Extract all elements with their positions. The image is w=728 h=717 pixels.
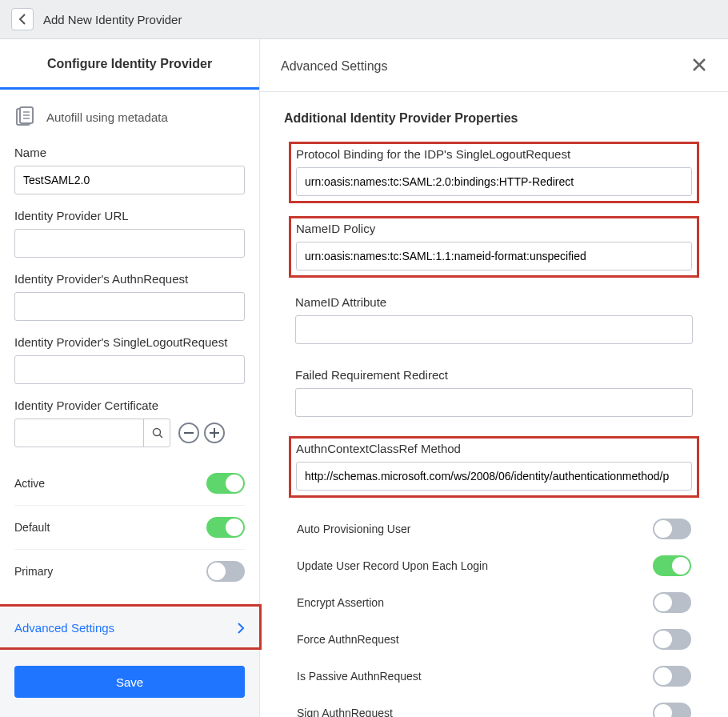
autofill-label: Autofill using metadata bbox=[46, 110, 168, 124]
slo-req-label: Identity Provider's SingleLogoutRequest bbox=[14, 335, 245, 349]
right-panel-title: Advanced Settings bbox=[281, 59, 387, 74]
left-panel-title: Configure Identity Provider bbox=[0, 39, 259, 90]
default-toggle[interactable] bbox=[206, 517, 245, 538]
cert-remove-button[interactable] bbox=[178, 423, 199, 443]
name-label: Name bbox=[14, 146, 245, 159]
save-button[interactable]: Save bbox=[14, 666, 245, 698]
section-title: Additional Identity Provider Properties bbox=[284, 111, 699, 126]
svg-line-6 bbox=[159, 435, 162, 439]
slo-req-input[interactable] bbox=[14, 355, 245, 384]
svg-point-5 bbox=[153, 429, 160, 436]
failed-redirect-input[interactable] bbox=[295, 388, 693, 417]
primary-toggle[interactable] bbox=[206, 561, 245, 582]
advanced-settings-link[interactable]: Advanced Settings bbox=[0, 608, 259, 647]
left-panel: Configure Identity Provider Autofill usi… bbox=[0, 39, 260, 717]
autofill-metadata-link[interactable]: Autofill using metadata bbox=[14, 106, 245, 128]
document-icon bbox=[14, 106, 37, 128]
search-icon bbox=[152, 427, 163, 439]
cert-label: Identity Provider Certificate bbox=[14, 399, 245, 412]
idp-url-input[interactable] bbox=[14, 229, 245, 258]
nameid-policy-input[interactable] bbox=[296, 242, 692, 270]
cert-add-button[interactable] bbox=[204, 423, 225, 443]
minus-icon bbox=[184, 432, 194, 434]
svg-rect-9 bbox=[210, 432, 219, 434]
page-title: Add New Identity Provider bbox=[43, 13, 182, 26]
encrypt-label: Encrypt Assertion bbox=[297, 596, 384, 609]
page-header: Add New Identity Provider bbox=[0, 0, 728, 39]
active-label: Active bbox=[14, 477, 45, 490]
protocol-binding-label: Protocol Binding for the IDP's SingleLog… bbox=[296, 147, 692, 161]
auto-prov-label: Auto Provisioning User bbox=[297, 523, 410, 535]
close-icon bbox=[691, 57, 707, 73]
chevron-left-icon bbox=[18, 14, 26, 25]
authn-req-input[interactable] bbox=[14, 292, 245, 321]
update-login-toggle[interactable] bbox=[653, 555, 691, 576]
authnctx-label: AuthnContextClassRef Method bbox=[296, 442, 692, 455]
force-authn-label: Force AuthnRequest bbox=[297, 633, 399, 646]
nameid-policy-label: NameID Policy bbox=[296, 222, 692, 235]
nameid-attr-label: NameID Attribute bbox=[295, 295, 693, 309]
force-authn-toggle[interactable] bbox=[653, 629, 691, 650]
sign-authn-toggle[interactable] bbox=[653, 703, 691, 717]
is-passive-label: Is Passive AuthnRequest bbox=[297, 670, 422, 683]
default-label: Default bbox=[14, 521, 50, 534]
close-button[interactable] bbox=[691, 57, 707, 75]
cert-search-button[interactable] bbox=[143, 419, 170, 447]
primary-label: Primary bbox=[14, 565, 53, 578]
right-panel: Advanced Settings Additional Identity Pr… bbox=[260, 39, 728, 717]
sign-authn-label: Sign AuthnRequest bbox=[297, 707, 393, 717]
chevron-right-icon bbox=[237, 623, 245, 634]
failed-redirect-label: Failed Requirement Redirect bbox=[295, 368, 693, 382]
protocol-binding-input[interactable] bbox=[296, 167, 692, 196]
auto-prov-toggle[interactable] bbox=[653, 519, 691, 539]
encrypt-toggle[interactable] bbox=[653, 592, 691, 613]
active-toggle[interactable] bbox=[206, 473, 245, 494]
authn-req-label: Identity Provider's AuthnRequest bbox=[14, 272, 245, 286]
authnctx-input[interactable] bbox=[296, 462, 692, 491]
update-login-label: Update User Record Upon Each Login bbox=[297, 559, 488, 572]
back-button[interactable] bbox=[11, 8, 34, 30]
is-passive-toggle[interactable] bbox=[653, 666, 691, 687]
svg-rect-7 bbox=[184, 432, 194, 434]
idp-url-label: Identity Provider URL bbox=[14, 209, 245, 222]
nameid-attr-input[interactable] bbox=[295, 315, 693, 344]
name-input[interactable] bbox=[14, 166, 245, 194]
plus-icon bbox=[210, 428, 219, 438]
advanced-settings-label: Advanced Settings bbox=[14, 621, 114, 635]
